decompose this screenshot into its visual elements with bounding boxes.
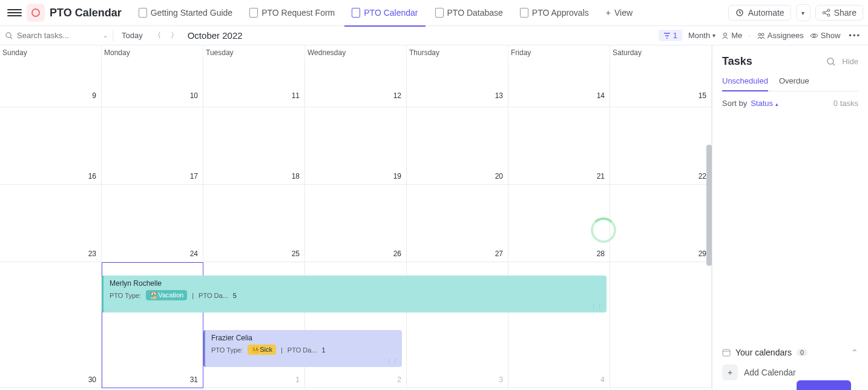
separator: | (192, 292, 194, 299)
today-button[interactable]: Today (118, 30, 146, 41)
me-filter[interactable]: Me (722, 31, 742, 40)
tab-label: PTO Calendar (364, 8, 418, 18)
tab-label: PTO Approvals (532, 8, 589, 18)
chevron-up-icon: ▴ (775, 101, 778, 107)
calendar-cell[interactable]: 11 (203, 60, 305, 107)
month-title: October 2022 (188, 30, 243, 41)
tab-getting-started[interactable]: Getting Started Guide (131, 0, 240, 26)
calendar-cell[interactable]: 10 (102, 60, 203, 107)
prev-month-button[interactable]: 〈 (151, 29, 163, 42)
event-menu-icon[interactable]: ⋮⋮ (386, 358, 398, 365)
share-icon (822, 8, 830, 17)
event-title: Frazier Celia (211, 334, 396, 342)
calendar-event[interactable]: Merlyn Rochelle PTO Type: 🏖️Vacation | P… (102, 276, 607, 312)
calendar-cell[interactable]: 12 (305, 60, 407, 107)
calendar-cell[interactable]: 17 (102, 107, 203, 185)
filter-icon (663, 32, 671, 39)
sidebar-tab-unscheduled[interactable]: Unscheduled (722, 76, 768, 91)
separator: · (748, 31, 751, 40)
sidebar-tab-overdue[interactable]: Overdue (779, 76, 809, 91)
svg-point-6 (758, 33, 761, 36)
hide-button[interactable]: Hide (842, 57, 858, 66)
share-button[interactable]: Share (815, 5, 863, 21)
calendar-cell[interactable]: 23 (0, 185, 102, 262)
calendar-cell[interactable] (610, 262, 712, 388)
search-input[interactable] (17, 31, 90, 40)
chevron-up-icon[interactable]: ⌃ (851, 348, 858, 357)
automate-caret[interactable]: ▾ (796, 4, 810, 21)
calendar-cell[interactable]: 25 (203, 185, 305, 262)
calendar-grid[interactable]: Sunday Monday Tuesday Wednesday Thursday… (0, 45, 712, 390)
tab-label: PTO Request Form (261, 8, 335, 18)
calendar-icon (722, 348, 731, 357)
event-extra-value: 5 (233, 292, 237, 299)
filter-button[interactable]: 1 (659, 30, 682, 41)
event-type-label: PTO Type: (211, 346, 243, 354)
event-extra-value: 1 (322, 346, 326, 354)
more-button[interactable]: ••• (846, 30, 863, 41)
app-title: PTO Calendar (50, 7, 122, 19)
period-select[interactable]: Month ▾ (688, 31, 715, 40)
svg-point-4 (6, 33, 11, 38)
day-header: Friday (508, 45, 610, 60)
tab-pto-approvals[interactable]: PTO Approvals (513, 0, 596, 26)
separator: | (281, 346, 283, 354)
calendar-cell[interactable]: 15 (610, 60, 712, 107)
calendar-cell[interactable]: 13 (407, 60, 508, 107)
calendar-cell[interactable]: 18 (203, 107, 305, 185)
scrollbar[interactable] (706, 60, 712, 278)
eye-icon (810, 32, 818, 39)
day-header: Thursday (407, 45, 508, 60)
day-header: Wednesday (305, 45, 407, 60)
people-icon (757, 32, 765, 39)
doc-icon (249, 8, 258, 18)
fab-button[interactable] (797, 380, 851, 390)
chevron-down-icon[interactable]: ⌄ (103, 32, 108, 39)
your-calendars-label: Your calendars (735, 348, 792, 357)
calendar-cell[interactable]: 14 (508, 60, 610, 107)
scrollbar-thumb[interactable] (706, 145, 712, 266)
svg-point-8 (813, 35, 815, 37)
tab-label: Getting Started Guide (151, 8, 232, 18)
calendar-cell[interactable]: 20 (407, 107, 508, 185)
calendar-cell[interactable]: 21 (508, 107, 610, 185)
tab-pto-calendar[interactable]: PTO Calendar (344, 0, 425, 26)
tab-pto-database[interactable]: PTO Database (428, 0, 510, 26)
show-button[interactable]: Show (810, 31, 841, 40)
event-badge: 🤒Sick (248, 345, 276, 355)
search-icon[interactable] (826, 57, 836, 67)
svg-point-9 (827, 58, 833, 64)
sort-value[interactable]: Status ▴ (751, 99, 778, 108)
divider (113, 30, 113, 41)
day-header: Monday (102, 45, 203, 60)
event-extra-key: PTO Da... (199, 292, 228, 299)
calendar-cell[interactable]: 29 (610, 185, 712, 262)
calendar-cell[interactable]: 22 (610, 107, 712, 185)
next-month-button[interactable]: 〉 (168, 29, 180, 42)
day-header: Sunday (0, 45, 102, 60)
event-menu-icon[interactable]: ⋮⋮ (591, 303, 603, 310)
calendar-cell[interactable]: 30 (0, 262, 102, 388)
calendar-cell[interactable]: 9 (0, 60, 102, 107)
event-badge: 🏖️Vacation (146, 290, 187, 300)
add-calendar-button[interactable]: + Add Calendar (722, 365, 858, 380)
calendar-cell[interactable]: 16 (0, 107, 102, 185)
calendar-cell[interactable]: 19 (305, 107, 407, 185)
menu-button[interactable] (7, 5, 22, 20)
me-label: Me (731, 31, 742, 40)
filter-count: 1 (673, 31, 677, 40)
doc-icon (139, 8, 147, 18)
calendar-event[interactable]: Frazier Celia PTO Type: 🤒Sick | PTO Da..… (203, 330, 402, 367)
svg-point-5 (724, 33, 727, 36)
calendar-cell[interactable]: 24 (102, 185, 203, 262)
search-tasks[interactable]: ⌄ (5, 31, 108, 40)
calendar-cell[interactable]: 27 (407, 185, 508, 262)
calendar-cell[interactable]: 26 (305, 185, 407, 262)
automate-label: Automate (748, 8, 784, 18)
tab-pto-request-form[interactable]: PTO Request Form (242, 0, 342, 26)
automate-button[interactable]: Automate (728, 5, 791, 21)
task-count: 0 tasks (833, 99, 858, 108)
assignees-filter[interactable]: Assignees (757, 31, 804, 40)
app-logo (27, 4, 45, 22)
add-view-button[interactable]: + View (599, 4, 640, 22)
